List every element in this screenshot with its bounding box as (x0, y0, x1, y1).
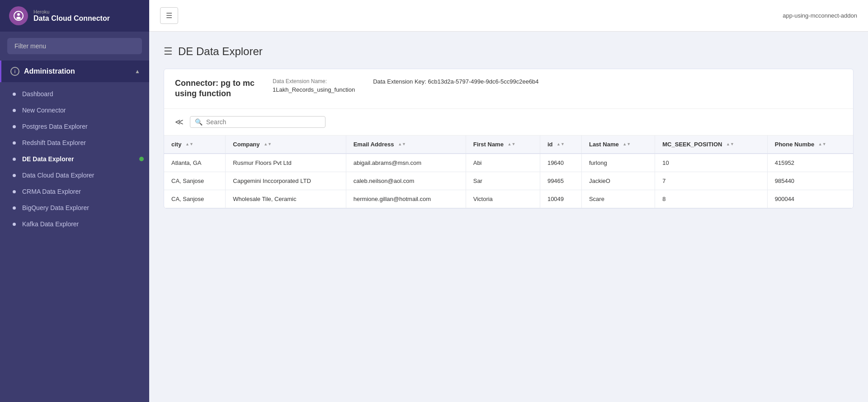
sidebar-item-label: New Connector (22, 107, 66, 114)
cell-firstname: Sar (466, 172, 540, 190)
info-icon: i (10, 67, 19, 76)
col-header-phone[interactable]: Phone Numbe ▲▼ (767, 136, 853, 154)
search-input[interactable] (206, 118, 321, 126)
sidebar-item-label: Dashboard (22, 90, 53, 98)
nav-dot (13, 125, 16, 128)
collapse-button[interactable]: ≪ (173, 115, 185, 129)
cell-company: Wholesale Tile, Ceramic (226, 190, 346, 208)
sidebar-item-kafka-data-explorer[interactable]: Kafka Data Explorer (0, 216, 149, 232)
chevron-up-icon: ▲ (135, 68, 140, 75)
col-header-email[interactable]: Email Address ▲▼ (346, 136, 466, 154)
sidebar-item-dashboard[interactable]: Dashboard (0, 86, 149, 102)
col-header-firstname[interactable]: First Name ▲▼ (466, 136, 540, 154)
cell-email: hermione.gillan@hotmail.com (346, 190, 466, 208)
svg-point-2 (16, 17, 21, 19)
cell-company: Capgemini Inccorporated LTD (226, 172, 346, 190)
sidebar-item-label: BigQuery Data Explorer (22, 204, 89, 211)
page-icon: ☰ (164, 46, 173, 57)
cell-city: CA, Sanjose (164, 190, 226, 208)
sidebar-item-label: Redshift Data Explorer (22, 139, 86, 146)
sort-icon[interactable]: ▲▼ (398, 142, 406, 147)
sidebar-item-new-connector[interactable]: New Connector (0, 102, 149, 118)
svg-point-1 (17, 13, 20, 16)
nav-dot (13, 141, 16, 145)
cell-firstname: Abi (466, 154, 540, 172)
table-row: Atlanta, GARusmur Floors Pvt Ltdabigail.… (164, 154, 853, 172)
cell-firstname: Victoria (466, 190, 540, 208)
sort-icon[interactable]: ▲▼ (185, 142, 193, 147)
sidebar-item-label: Data Cloud Data Explorer (22, 172, 94, 179)
sidebar-item-redshift-data-explorer[interactable]: Redshift Data Explorer (0, 135, 149, 151)
cell-id: 99465 (540, 172, 581, 190)
col-header-company[interactable]: Company ▲▼ (226, 136, 346, 154)
page-title-row: ☰ DE Data Explorer (164, 45, 854, 58)
sidebar-item-postgres-data-explorer[interactable]: Postgres Data Explorer (0, 118, 149, 135)
de-key-value: Data Extension Key: 6cb13d2a-5797-499e-9… (373, 78, 538, 85)
cell-lastname: JackieO (581, 172, 655, 190)
de-name-label: Data Extension Name: (273, 78, 355, 84)
sidebar-item-data-cloud-data-explorer[interactable]: Data Cloud Data Explorer (0, 167, 149, 183)
cell-mc_seek: 10 (655, 154, 767, 172)
col-header-mc_seek[interactable]: MC_SEEK_POSITION ▲▼ (655, 136, 767, 154)
sidebar-item-label: CRMA Data Explorer (22, 188, 81, 195)
sidebar-item-label: DE Data Explorer (22, 155, 74, 163)
nav-dot (13, 174, 16, 177)
connector-name: Connector: pg to mc using function (175, 78, 255, 99)
sort-icon[interactable]: ▲▼ (508, 142, 516, 147)
data-table: city ▲▼Company ▲▼Email Address ▲▼First N… (164, 136, 853, 208)
sidebar-item-bigquery-data-explorer[interactable]: BigQuery Data Explorer (0, 200, 149, 216)
cell-email: abigail.abrams@msn.com (346, 154, 466, 172)
page-title: DE Data Explorer (178, 45, 263, 58)
table-body: Atlanta, GARusmur Floors Pvt Ltdabigail.… (164, 154, 853, 208)
app-logo (9, 6, 28, 25)
cell-phone: 900044 (767, 190, 853, 208)
sort-icon[interactable]: ▲▼ (623, 142, 631, 147)
nav-dot (13, 190, 16, 193)
de-name-value: 1Lakh_Records_using_function (273, 86, 355, 93)
heroku-label: Heroku (33, 9, 110, 14)
nav-dot (13, 158, 16, 161)
sort-icon[interactable]: ▲▼ (818, 142, 826, 147)
sidebar-header: Heroku Data Cloud Connector (0, 0, 149, 32)
table-head: city ▲▼Company ▲▼Email Address ▲▼First N… (164, 136, 853, 154)
cell-lastname: Scare (581, 190, 655, 208)
app-id-label: app-using-mcconnect-addon (783, 12, 857, 19)
col-header-id[interactable]: id ▲▼ (540, 136, 581, 154)
cell-email: caleb.neilson@aol.com (346, 172, 466, 190)
sort-icon[interactable]: ▲▼ (264, 142, 272, 147)
cell-lastname: furlong (581, 154, 655, 172)
sidebar-item-de-data-explorer[interactable]: DE Data Explorer (0, 151, 149, 167)
sidebar-item-label: Postgres Data Explorer (22, 123, 88, 130)
de-key-block: Data Extension Key: 6cb13d2a-5797-499e-9… (373, 78, 538, 85)
app-name: Data Cloud Connector (33, 14, 110, 23)
cell-id: 19640 (540, 154, 581, 172)
sidebar-title-block: Heroku Data Cloud Connector (33, 9, 110, 23)
active-indicator (139, 157, 144, 161)
card-header: Connector: pg to mc using function Data … (164, 69, 853, 109)
cell-mc_seek: 8 (655, 190, 767, 208)
nav-dot (13, 109, 16, 112)
sidebar-nav: DashboardNew ConnectorPostgres Data Expl… (0, 82, 149, 402)
search-wrapper: 🔍 (190, 116, 326, 128)
administration-section[interactable]: i Administration ▲ (0, 61, 149, 82)
col-header-lastname[interactable]: Last Name ▲▼ (581, 136, 655, 154)
data-table-wrapper: city ▲▼Company ▲▼Email Address ▲▼First N… (164, 136, 853, 208)
sidebar-item-crma-data-explorer[interactable]: CRMA Data Explorer (0, 183, 149, 200)
search-icon: 🔍 (195, 118, 203, 126)
filter-menu-button[interactable]: Filter menu (7, 38, 142, 54)
cell-city: Atlanta, GA (164, 154, 226, 172)
sort-icon[interactable]: ▲▼ (557, 142, 565, 147)
topbar: ☰ app-using-mcconnect-addon (149, 0, 868, 32)
nav-dot (13, 223, 16, 226)
cell-mc_seek: 7 (655, 172, 767, 190)
table-header-row: city ▲▼Company ▲▼Email Address ▲▼First N… (164, 136, 853, 154)
cell-phone: 985440 (767, 172, 853, 190)
cell-company: Rusmur Floors Pvt Ltd (226, 154, 346, 172)
sidebar-item-label: Kafka Data Explorer (22, 220, 79, 228)
sidebar: Heroku Data Cloud Connector Filter menu … (0, 0, 149, 402)
sort-icon[interactable]: ▲▼ (726, 142, 734, 147)
col-header-city[interactable]: city ▲▼ (164, 136, 226, 154)
hamburger-button[interactable]: ☰ (160, 7, 178, 24)
nav-dot (13, 206, 16, 210)
main-content: ☰ app-using-mcconnect-addon ☰ DE Data Ex… (149, 0, 868, 402)
